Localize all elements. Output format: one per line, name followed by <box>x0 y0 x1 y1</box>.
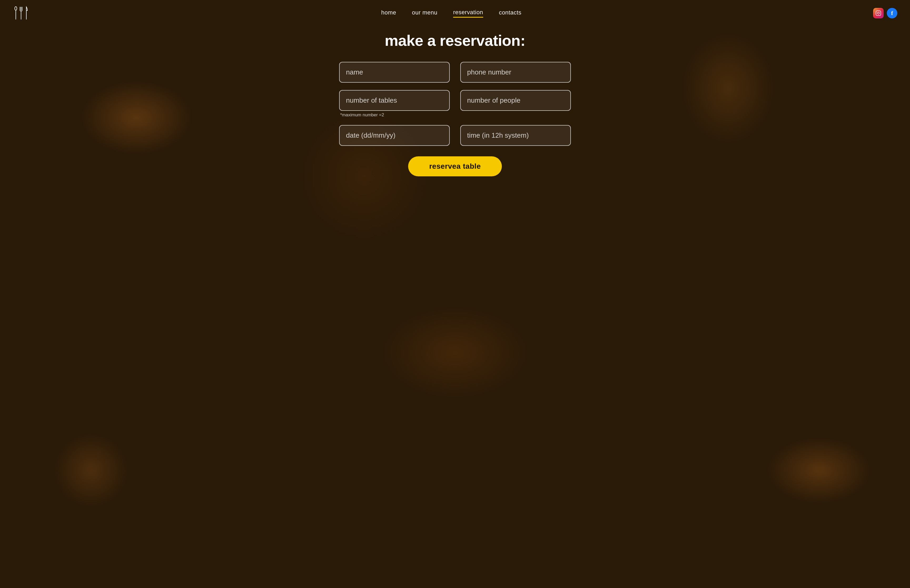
date-input[interactable] <box>339 125 450 146</box>
nav-link-menu[interactable]: our menu <box>412 9 437 17</box>
tables-note: *maximum number =2 <box>340 112 450 118</box>
reservation-form: *maximum number =2 <box>339 62 571 146</box>
facebook-link[interactable]: f <box>887 8 897 18</box>
social-icons: f <box>873 8 897 18</box>
phone-field-wrapper <box>460 62 571 82</box>
main-nav: home our menu reservation contacts <box>381 9 521 18</box>
date-field-wrapper <box>339 125 450 146</box>
instagram-link[interactable] <box>873 8 884 18</box>
facebook-icon: f <box>891 10 893 16</box>
instagram-icon <box>876 10 881 16</box>
tables-input[interactable] <box>339 90 450 111</box>
people-input[interactable] <box>460 90 571 111</box>
svg-rect-7 <box>876 11 881 16</box>
page-title: make a reservation: <box>385 32 525 49</box>
logo[interactable] <box>13 5 29 22</box>
people-field-wrapper <box>460 90 571 118</box>
svg-point-8 <box>877 12 879 14</box>
time-field-wrapper <box>460 125 571 146</box>
main-content: make a reservation: *maximum number =2 <box>0 26 910 588</box>
svg-point-0 <box>15 6 17 10</box>
name-input[interactable] <box>339 62 450 82</box>
site-header: home our menu reservation contacts f <box>0 0 910 26</box>
svg-point-9 <box>879 11 880 12</box>
submit-row: reservea table <box>408 156 502 176</box>
tables-field-wrapper: *maximum number =2 <box>339 90 450 118</box>
reserve-button[interactable]: reservea table <box>408 156 502 176</box>
phone-input[interactable] <box>460 62 571 82</box>
logo-icon <box>13 5 29 22</box>
nav-link-contacts[interactable]: contacts <box>499 9 521 17</box>
nav-link-home[interactable]: home <box>381 9 396 17</box>
name-field-wrapper <box>339 62 450 82</box>
nav-link-reservation[interactable]: reservation <box>453 9 483 18</box>
time-input[interactable] <box>460 125 571 146</box>
